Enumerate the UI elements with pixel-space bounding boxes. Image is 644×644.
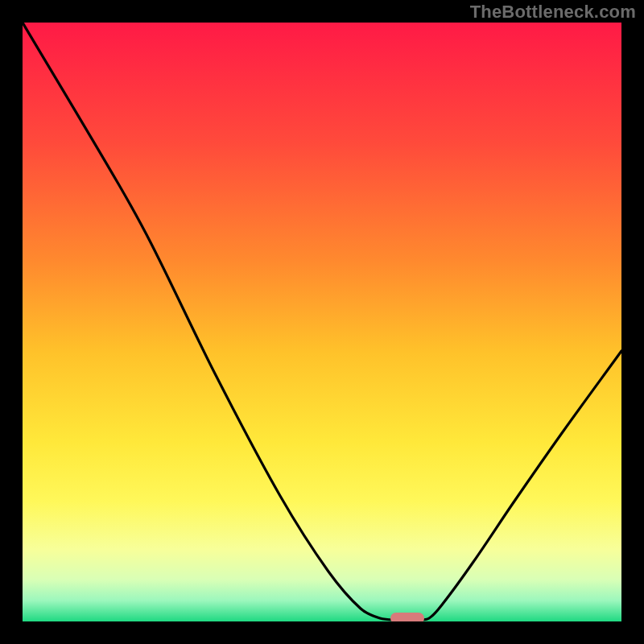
watermark-text: TheBottleneck.com [470,2,636,23]
bottleneck-curve [23,23,621,621]
optimum-marker [390,613,424,621]
plot-area [23,23,621,621]
